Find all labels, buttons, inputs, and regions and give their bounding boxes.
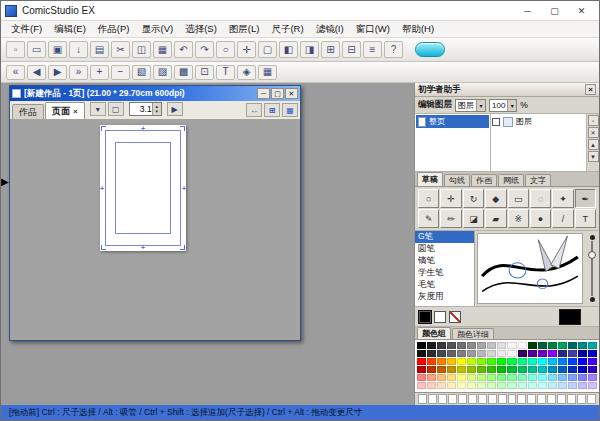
magnifier-tool-icon[interactable]: ○ [418, 189, 439, 208]
text-tool-icon[interactable]: T [216, 65, 235, 80]
palette-color[interactable] [477, 382, 486, 389]
fit-width-icon[interactable]: ↔ [246, 103, 262, 117]
new-file-icon[interactable]: ▫ [6, 41, 25, 58]
palette-color[interactable] [427, 350, 436, 357]
palette-color[interactable] [487, 358, 496, 365]
palette-color[interactable] [447, 342, 456, 349]
palette-color[interactable] [507, 374, 516, 381]
palette-color[interactable] [457, 350, 466, 357]
palette-color[interactable] [437, 350, 446, 357]
screen-tone-icon[interactable]: ▨ [153, 65, 172, 80]
palette-color[interactable] [507, 382, 516, 389]
palette-color[interactable] [417, 382, 426, 389]
grid-view-icon[interactable]: ▦ [282, 103, 298, 117]
palette-color[interactable] [447, 382, 456, 389]
page-tree-item[interactable]: 整页 [416, 115, 489, 128]
brush-tool-icon[interactable]: ▰ [485, 209, 506, 228]
palette-color[interactable] [588, 366, 597, 373]
custom-color-cell[interactable] [577, 394, 586, 404]
cut-icon[interactable]: ✂ [111, 41, 130, 58]
palette-color[interactable] [528, 374, 537, 381]
layer-list-item[interactable]: 图层 [492, 115, 585, 128]
redo-icon[interactable]: ↷ [195, 41, 214, 58]
palette-color[interactable] [447, 350, 456, 357]
workflow-tab-4[interactable]: 文字 [525, 174, 551, 186]
zoom-spinner[interactable]: ▴ ▾ [152, 103, 161, 115]
import-icon[interactable]: ↓ [69, 41, 88, 58]
palette-color[interactable] [507, 342, 516, 349]
palette-color[interactable] [528, 342, 537, 349]
pen-item-2[interactable]: 镝笔 [415, 255, 474, 267]
palette-color[interactable] [548, 342, 557, 349]
palette-color[interactable] [568, 366, 577, 373]
palette-color[interactable] [467, 382, 476, 389]
palette-color[interactable] [497, 350, 506, 357]
palette-color[interactable] [558, 358, 567, 365]
zoom-tool-icon[interactable]: ○ [216, 41, 235, 58]
custom-color-cell[interactable] [527, 394, 536, 404]
menu-item-8[interactable]: 窗口(W) [350, 23, 396, 36]
palette-color[interactable] [467, 366, 476, 373]
ruler-toggle-icon[interactable]: ⊟ [342, 41, 361, 58]
pen-item-4[interactable]: 毛笔 [415, 279, 474, 291]
palette-color[interactable] [437, 366, 446, 373]
palette-color[interactable] [588, 350, 597, 357]
pen-size-slider[interactable] [585, 231, 599, 306]
custom-color-cell[interactable] [567, 394, 576, 404]
palette-color[interactable] [477, 374, 486, 381]
copy-icon[interactable]: ◫ [132, 41, 151, 58]
palette-color[interactable] [417, 374, 426, 381]
chevron-down-icon[interactable]: ▾ [476, 100, 485, 111]
palette-color[interactable] [437, 374, 446, 381]
palette-color[interactable] [457, 374, 466, 381]
menu-item-3[interactable]: 显示(V) [135, 23, 179, 36]
palette-color[interactable] [528, 350, 537, 357]
grid-toggle-icon[interactable]: ⊞ [321, 41, 340, 58]
palette-color[interactable] [558, 342, 567, 349]
palette-color[interactable] [538, 342, 547, 349]
assistant-close-icon[interactable]: × [585, 84, 596, 95]
palette-color[interactable] [568, 374, 577, 381]
palette-toggle-icon[interactable]: ≡ [363, 41, 382, 58]
menu-item-0[interactable]: 文件(F) [5, 23, 48, 36]
palette-color[interactable] [447, 366, 456, 373]
menu-item-5[interactable]: 图层(L) [223, 23, 266, 36]
workflow-tab-2[interactable]: 作画 [471, 174, 497, 186]
document-title-bar[interactable]: [新建作品 - 1页] (21.00 * 29.70cm 600dpi) ─▢✕ [10, 86, 300, 101]
palette-color[interactable] [548, 382, 557, 389]
custom-color-cell[interactable] [557, 394, 566, 404]
palette-color[interactable] [457, 382, 466, 389]
palette-color[interactable] [477, 358, 486, 365]
palette-color[interactable] [538, 374, 547, 381]
pan-tool-icon[interactable]: ✛ [237, 41, 256, 58]
doc-minimize-button[interactable]: ─ [257, 88, 270, 99]
pen-item-1[interactable]: 圆笔 [415, 243, 474, 255]
palette-color[interactable] [538, 350, 547, 357]
palette-color[interactable] [427, 366, 436, 373]
custom-color-cell[interactable] [587, 394, 596, 404]
color-tab-0[interactable]: 颜色组 [417, 327, 451, 339]
palette-color[interactable] [497, 366, 506, 373]
palette-color[interactable] [467, 358, 476, 365]
pen-item-5[interactable]: 灰度用 [415, 291, 474, 303]
undo-icon[interactable]: ↶ [174, 41, 193, 58]
doc-close-button[interactable]: ✕ [285, 88, 298, 99]
hand-tool-icon[interactable]: ✛ [440, 189, 461, 208]
palette-color[interactable] [427, 382, 436, 389]
palette-color[interactable] [487, 366, 496, 373]
palette-color[interactable] [477, 350, 486, 357]
palette-color[interactable] [548, 350, 557, 357]
line-tool-icon[interactable]: / [552, 209, 573, 228]
palette-color[interactable] [487, 350, 496, 357]
palette-color[interactable] [578, 366, 587, 373]
palette-color[interactable] [487, 342, 496, 349]
page[interactable]: + + + + [100, 125, 186, 251]
palette-color[interactable] [447, 358, 456, 365]
pen-tool-icon[interactable]: ✒ [575, 189, 596, 208]
palette-color[interactable] [497, 382, 506, 389]
palette-color[interactable] [578, 350, 587, 357]
palette-color[interactable] [477, 342, 486, 349]
paste-icon[interactable]: ▦ [153, 41, 172, 58]
palette-color[interactable] [578, 374, 587, 381]
workflow-tab-0[interactable]: 草稿 [417, 172, 443, 186]
